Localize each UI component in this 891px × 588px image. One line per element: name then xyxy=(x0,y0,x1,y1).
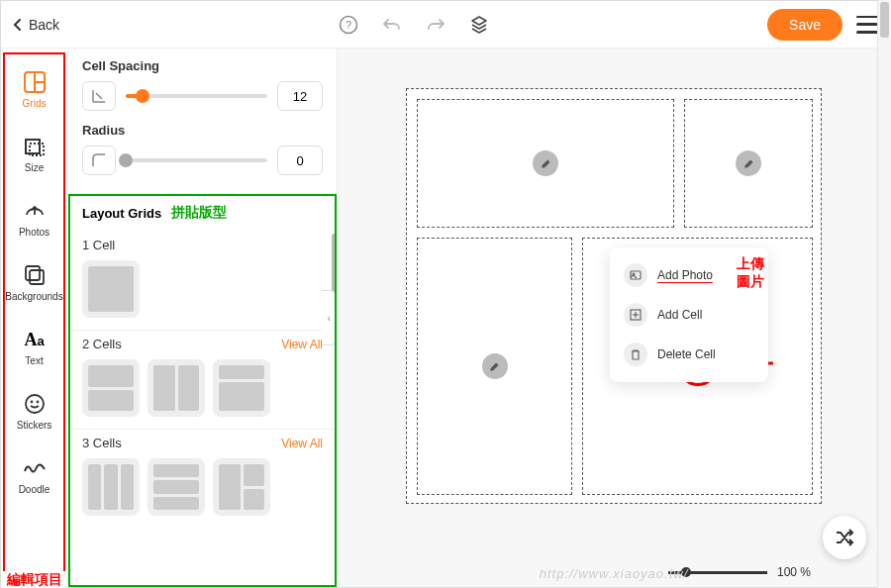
cell-spacing-slider[interactable] xyxy=(126,94,267,98)
zoom-value: 100 % xyxy=(777,565,811,579)
section-3cells-title: 3 Cells xyxy=(82,436,122,450)
svg-rect-5 xyxy=(26,140,40,153)
topbar: Back ? Save xyxy=(1,1,890,49)
layers-button[interactable] xyxy=(468,14,490,36)
add-cell-icon xyxy=(624,303,647,327)
cell-spacing-value[interactable]: 12 xyxy=(277,81,323,111)
zoom-control: 100 % xyxy=(668,565,811,579)
sidebar-item-label: Photos xyxy=(19,227,50,238)
grid-thumb[interactable] xyxy=(213,458,270,516)
sidebar-item-grids[interactable]: Grids xyxy=(7,58,62,123)
sidebar-item-backgrounds[interactable]: Backgrounds xyxy=(7,251,62,316)
panel-collapse-handle[interactable]: ‹ xyxy=(322,290,338,345)
section-2cells-title: 2 Cells xyxy=(82,337,122,351)
collage-cell[interactable] xyxy=(417,99,674,228)
radius-icon xyxy=(82,146,116,175)
sidebar-item-label: Backgrounds xyxy=(5,291,62,302)
layout-grids-title: Layout Grids xyxy=(82,206,161,221)
size-icon xyxy=(21,133,49,160)
sidebar-item-size[interactable]: Size xyxy=(7,123,62,187)
sidebar-item-label: Doodle xyxy=(19,484,50,495)
section-1cell-title: 1 Cell xyxy=(82,238,115,252)
sidebar-item-doodle[interactable]: Doodle xyxy=(7,444,62,509)
radius-label: Radius xyxy=(82,123,323,138)
annotation-upload-label: 上傳圖片 xyxy=(737,255,768,291)
sidebar-item-photos[interactable]: Photos xyxy=(7,187,62,251)
sidebar-item-label: Stickers xyxy=(17,420,52,431)
svg-point-10 xyxy=(31,402,32,403)
back-button[interactable]: Back xyxy=(13,17,59,33)
ctx-delete-cell[interactable]: Delete Cell xyxy=(618,335,760,374)
sidebar-item-stickers[interactable]: Stickers xyxy=(7,380,62,444)
collage-frame[interactable]: Add Photo Add Cell Delete Cell 上傳圖片 xyxy=(406,88,822,504)
context-menu: Add Photo Add Cell Delete Cell 上傳圖片 xyxy=(610,247,768,382)
svg-text:?: ? xyxy=(346,19,351,31)
radius-value[interactable]: 0 xyxy=(277,146,323,175)
back-label: Back xyxy=(29,17,59,33)
viewall-3cells[interactable]: View All xyxy=(281,437,323,450)
undo-button[interactable] xyxy=(381,14,403,36)
annotation-sidebar-label: 編輯項目 xyxy=(1,571,67,588)
edit-cell-button[interactable] xyxy=(736,150,761,176)
svg-rect-8 xyxy=(30,270,44,284)
controls-panel: Cell Spacing 12 Radius 0 xyxy=(68,49,338,587)
add-photo-icon xyxy=(624,263,647,287)
annotation-layout-label: 拼貼版型 xyxy=(171,204,227,222)
sidebar-item-label: Text xyxy=(25,355,43,366)
sidebar-item-text[interactable]: Aa Text xyxy=(7,316,62,380)
grid-thumb[interactable] xyxy=(148,359,205,417)
grid-thumb[interactable] xyxy=(213,359,270,417)
text-icon: Aa xyxy=(21,326,49,353)
svg-rect-7 xyxy=(26,266,40,280)
cell-spacing-icon xyxy=(82,81,116,111)
grid-thumb[interactable] xyxy=(148,458,205,516)
canvas-area: Add Photo Add Cell Delete Cell 上傳圖片 xyxy=(338,49,890,587)
delete-cell-icon xyxy=(624,343,647,366)
svg-point-9 xyxy=(26,395,44,413)
stickers-icon xyxy=(21,390,49,418)
watermark: http://www.xiaoyao.tw/ xyxy=(540,566,689,581)
layout-grids-section: Layout Grids 拼貼版型 1 Cell 2 Cells View Al… xyxy=(68,193,337,587)
sidebar-item-label: Grids xyxy=(23,98,47,109)
collage-cell[interactable] xyxy=(417,238,572,495)
save-button[interactable]: Save xyxy=(767,9,842,41)
edit-cell-button[interactable] xyxy=(533,150,558,176)
radius-slider[interactable] xyxy=(126,158,267,162)
grid-thumb[interactable] xyxy=(82,359,140,417)
shuffle-button[interactable] xyxy=(823,516,866,559)
doodle-icon xyxy=(21,454,49,482)
svg-point-11 xyxy=(37,402,38,403)
help-button[interactable]: ? xyxy=(338,14,359,36)
collage-cell[interactable] xyxy=(684,99,813,228)
grids-icon xyxy=(21,68,49,96)
redo-button[interactable] xyxy=(425,14,446,36)
grid-thumb[interactable] xyxy=(82,458,140,516)
photos-icon xyxy=(21,197,49,225)
sidebar: Grids Size Photos Backgrounds Aa Text St… xyxy=(1,49,68,587)
page-scrollbar[interactable] xyxy=(877,0,891,588)
chevron-left-icon xyxy=(13,18,23,32)
grid-thumb-1cell[interactable] xyxy=(82,260,140,318)
edit-cell-button[interactable] xyxy=(482,353,508,379)
ctx-add-cell[interactable]: Add Cell xyxy=(618,295,760,335)
backgrounds-icon xyxy=(21,261,49,289)
svg-line-14 xyxy=(96,93,102,99)
viewall-2cells[interactable]: View All xyxy=(281,338,323,351)
cell-spacing-label: Cell Spacing xyxy=(82,58,323,73)
sidebar-item-label: Size xyxy=(25,162,44,173)
menu-button[interactable] xyxy=(856,16,878,34)
